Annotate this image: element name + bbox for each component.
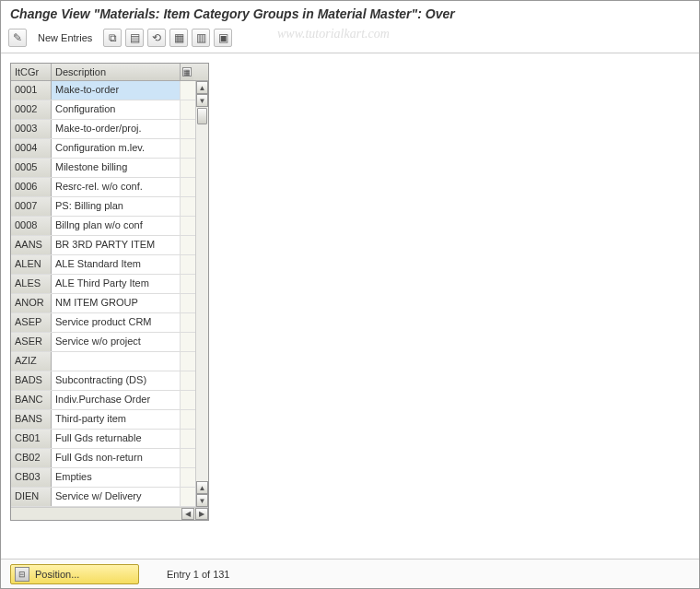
cell-code[interactable]: CB03 [11, 468, 52, 487]
table-row[interactable]: ALESALE Third Party Item [11, 275, 195, 294]
scroll-left-icon[interactable]: ◀ [181, 508, 194, 520]
scroll-right-icon[interactable]: ▶ [195, 508, 208, 520]
position-label: Position... [35, 569, 79, 580]
delete-icon[interactable]: ▣ [214, 29, 232, 47]
cell-desc[interactable]: Service w/o project [52, 333, 181, 351]
scroll-down-icon[interactable]: ▼ [196, 494, 208, 507]
content-area: ItCGr Description ▦ 0001Make-to-order000… [1, 53, 699, 530]
table-settings-icon[interactable]: ▦ [182, 67, 192, 77]
cell-desc[interactable]: Resrc-rel. w/o conf. [52, 178, 181, 196]
scroll-up-icon[interactable]: ▲ [196, 81, 208, 94]
copy-icon[interactable]: ⧉ [103, 29, 122, 47]
cell-code[interactable]: 0006 [11, 178, 52, 196]
cell-code[interactable]: 0001 [11, 81, 52, 100]
table-row[interactable]: BANCIndiv.Purchase Order [11, 391, 195, 410]
position-button[interactable]: ⊟ Position... [10, 564, 139, 584]
horizontal-scrollbar[interactable]: ◀ ▶ [11, 507, 208, 520]
cell-desc[interactable]: Configuration [52, 100, 181, 119]
cell-desc[interactable]: Indiv.Purchase Order [52, 391, 181, 409]
cell-desc[interactable]: Service product CRM [52, 313, 181, 332]
table-row[interactable]: BANSThird-party item [11, 410, 195, 430]
select-all-icon[interactable]: ▦ [169, 29, 188, 47]
table-row[interactable]: 0005Milestone billing [11, 159, 195, 178]
cell-desc[interactable]: Subcontracting (DS) [52, 371, 181, 390]
data-grid: ItCGr Description ▦ 0001Make-to-order000… [10, 63, 209, 521]
cell-desc[interactable]: ALE Standard Item [52, 255, 181, 274]
cell-code[interactable]: 0004 [11, 139, 52, 158]
cell-desc[interactable]: Third-party item [52, 410, 181, 429]
cell-code[interactable]: ASEP [11, 313, 52, 332]
scroll-thumb[interactable] [197, 108, 207, 124]
save-icon[interactable]: ▤ [125, 29, 144, 47]
cell-desc[interactable]: Empties [52, 468, 181, 487]
scroll-up-small-icon[interactable]: ▲ [196, 481, 208, 494]
cell-code[interactable]: 0003 [11, 120, 52, 138]
deselect-all-icon[interactable]: ▥ [192, 29, 210, 47]
scroll-down-small-icon[interactable]: ▼ [196, 94, 208, 107]
cell-desc[interactable]: Make-to-order [52, 81, 181, 100]
new-entries-button[interactable]: New Entries [32, 29, 98, 47]
toggle-icon[interactable]: ✎ [8, 29, 27, 47]
table-row[interactable]: 0006Resrc-rel. w/o conf. [11, 178, 195, 197]
vertical-scrollbar[interactable]: ▲ ▼ ▲ ▼ [195, 81, 208, 507]
cell-desc[interactable]: Full Gds non-return [52, 449, 181, 467]
table-row[interactable]: ANORNM ITEM GROUP [11, 294, 195, 313]
table-row[interactable]: 0002Configuration [11, 100, 195, 120]
cell-desc[interactable]: NM ITEM GROUP [52, 294, 181, 312]
table-row[interactable]: ASERService w/o project [11, 333, 195, 352]
scroll-track[interactable] [196, 107, 208, 481]
footer: ⊟ Position... Entry 1 of 131 [1, 559, 699, 588]
cell-code[interactable]: DIEN [11, 488, 52, 506]
table-row[interactable]: DIENService w/ Delivery [11, 488, 195, 507]
cell-code[interactable]: 0008 [11, 217, 52, 235]
table-row[interactable]: 0004Configuration m.lev. [11, 139, 195, 159]
table-row[interactable]: CB02Full Gds non-return [11, 449, 195, 468]
table-row[interactable]: AANSBR 3RD PARTY ITEM [11, 236, 195, 255]
cell-code[interactable]: BADS [11, 371, 52, 390]
cell-desc[interactable]: ALE Third Party Item [52, 275, 181, 293]
entry-status: Entry 1 of 131 [167, 569, 230, 580]
cell-code[interactable]: ANOR [11, 294, 52, 312]
cell-code[interactable]: 0005 [11, 159, 52, 177]
column-header-desc[interactable]: Description [52, 64, 181, 80]
cell-code[interactable]: AANS [11, 236, 52, 254]
cell-desc[interactable]: Billng plan w/o conf [52, 217, 181, 235]
cell-desc[interactable]: Service w/ Delivery [52, 488, 181, 506]
cell-desc[interactable]: PS: Billing plan [52, 197, 181, 216]
page-title: Change View "Materials: Item Category Gr… [1, 1, 699, 25]
cell-code[interactable]: ALEN [11, 255, 52, 274]
table-row[interactable]: 0001Make-to-order [11, 81, 195, 100]
table-row[interactable]: ASEPService product CRM [11, 313, 195, 333]
table-row[interactable]: 0003Make-to-order/proj. [11, 120, 195, 139]
undo-icon[interactable]: ⟲ [147, 29, 166, 47]
cell-desc[interactable]: Configuration m.lev. [52, 139, 181, 158]
cell-code[interactable]: CB02 [11, 449, 52, 467]
position-icon: ⊟ [15, 567, 29, 582]
table-row[interactable]: 0007PS: Billing plan [11, 197, 195, 217]
table-row[interactable]: CB03Empties [11, 468, 195, 488]
column-config[interactable]: ▦ [181, 64, 193, 80]
cell-desc[interactable]: BR 3RD PARTY ITEM [52, 236, 181, 254]
toolbar: ✎ New Entries ⧉ ▤ ⟲ ▦ ▥ ▣ www.tutorialka… [1, 25, 699, 53]
cell-desc[interactable]: Milestone billing [52, 159, 181, 177]
cell-code[interactable]: ASER [11, 333, 52, 351]
cell-code[interactable]: ALES [11, 275, 52, 293]
cell-code[interactable]: 0007 [11, 197, 52, 216]
column-header-code[interactable]: ItCGr [11, 64, 52, 80]
table-row[interactable]: BADSSubcontracting (DS) [11, 371, 195, 391]
grid-body: 0001Make-to-order0002Configuration0003Ma… [11, 81, 208, 507]
table-row[interactable]: 0008Billng plan w/o conf [11, 217, 195, 236]
table-row[interactable]: ALENALE Standard Item [11, 255, 195, 275]
cell-code[interactable]: BANC [11, 391, 52, 409]
cell-code[interactable]: 0002 [11, 100, 52, 119]
cell-code[interactable]: AZIZ [11, 352, 52, 371]
table-row[interactable]: AZIZ [11, 352, 195, 371]
cell-code[interactable]: BANS [11, 410, 52, 429]
cell-desc[interactable]: Full Gds returnable [52, 430, 181, 448]
watermark: www.tutorialkart.com [277, 27, 390, 41]
table-row[interactable]: CB01Full Gds returnable [11, 430, 195, 449]
cell-desc[interactable]: Make-to-order/proj. [52, 120, 181, 138]
grid-header: ItCGr Description ▦ [11, 64, 208, 81]
cell-desc[interactable] [52, 352, 181, 371]
cell-code[interactable]: CB01 [11, 430, 52, 448]
